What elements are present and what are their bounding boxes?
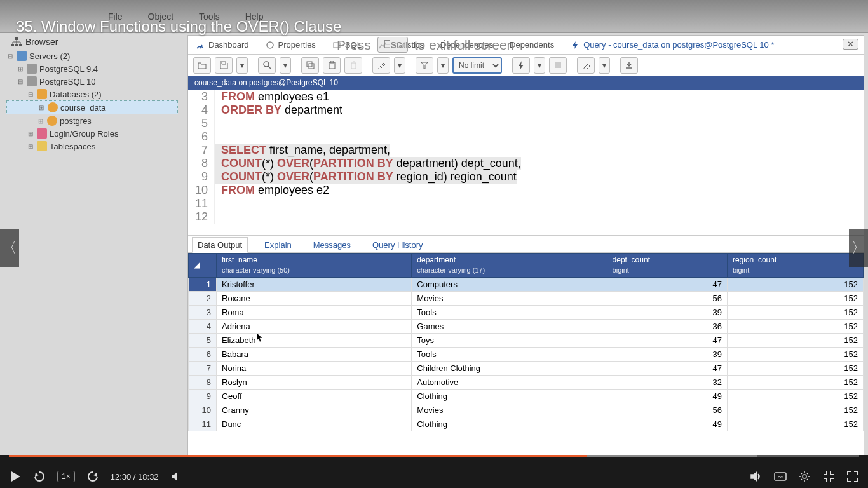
table-row[interactable]: 9GeoffClothing49152 — [189, 390, 864, 403]
table-row[interactable]: 1KristofferComputers47152 — [189, 278, 864, 292]
table-row[interactable]: 6BabaraTools39152 — [189, 348, 864, 362]
clipboard-icon — [329, 61, 336, 69]
tablespaces-icon — [37, 141, 47, 151]
play-icon[interactable] — [9, 470, 22, 483]
table-row[interactable]: 11DuncClothing49152 — [189, 417, 864, 431]
tree-item-course-data[interactable]: ⊞course_data — [6, 100, 178, 114]
execute-dropdown[interactable]: ▾ — [534, 57, 545, 74]
rewind-icon[interactable] — [33, 470, 46, 483]
connection-bar: course_data on postgres@PostgreSQL 10 — [188, 76, 864, 90]
download-icon — [625, 61, 633, 69]
tab-dashboard[interactable]: Dashboard — [193, 36, 252, 53]
fullscreen-hint: Press Esc to exit full screen — [337, 37, 514, 53]
svg-point-5 — [267, 42, 273, 48]
table-row[interactable]: 2RoxaneMovies56152 — [189, 292, 864, 306]
svg-point-7 — [264, 62, 269, 67]
pencil-icon — [377, 61, 386, 69]
object-tree[interactable]: ⊟Servers (2) ⊞PostgreSQL 9.4 ⊟PostgreSQL… — [6, 50, 178, 152]
save-button[interactable] — [215, 57, 233, 74]
svg-line-8 — [268, 66, 271, 69]
filter-icon — [421, 62, 428, 69]
esc-key: Esc — [377, 37, 408, 53]
result-tabs: Data Output Explain Messages Query Histo… — [188, 235, 864, 253]
find-button[interactable] — [258, 57, 276, 74]
captions-icon[interactable]: cc — [774, 470, 787, 483]
server-icon — [27, 76, 37, 86]
progress-bar[interactable] — [9, 455, 859, 458]
server-group-icon — [17, 51, 27, 61]
wrench-icon — [266, 41, 275, 50]
column-header[interactable]: dept_countbigint — [607, 254, 727, 278]
paste-button[interactable] — [323, 57, 341, 74]
login-roles-icon — [37, 128, 47, 139]
folder-open-icon — [198, 62, 207, 69]
copy-icon — [306, 61, 315, 69]
browser-panel-header: Browser — [11, 37, 58, 47]
svg-point-16 — [803, 475, 806, 478]
video-title: 35. Window Functions using the OVER() Cl… — [16, 18, 341, 36]
column-header[interactable]: departmentcharacter varying (17) — [412, 254, 607, 278]
svg-rect-13 — [555, 62, 561, 68]
edit-dropdown[interactable]: ▾ — [394, 57, 405, 74]
lightning-icon — [571, 41, 580, 50]
execute-button[interactable] — [512, 57, 530, 74]
trash-icon — [350, 61, 357, 69]
tab-query-history[interactable]: Query History — [367, 238, 428, 252]
time-display: 12:30 / 18:32 — [111, 472, 159, 482]
svg-rect-10 — [309, 64, 314, 69]
svg-text:cc: cc — [778, 474, 783, 480]
row-header-corner: ◢ — [189, 254, 217, 278]
tab-properties[interactable]: Properties — [263, 36, 318, 53]
gauge-icon — [196, 41, 205, 50]
main-tabs: Dashboard Properties SQL Statistics Depe… — [188, 36, 864, 55]
tab-data-output[interactable]: Data Output — [192, 237, 248, 253]
row-limit-select[interactable]: No limit — [452, 57, 502, 74]
tab-explain[interactable]: Explain — [259, 238, 297, 252]
stop-icon — [555, 62, 562, 69]
close-tab-button[interactable]: ✕ — [843, 39, 858, 50]
volume-icon-right[interactable] — [750, 470, 763, 483]
table-row[interactable]: 4AdrienaGames36152 — [189, 320, 864, 334]
svg-rect-1 — [11, 44, 14, 46]
tab-query[interactable]: Query - course_data on postgres@PostgreS… — [568, 36, 776, 53]
table-row[interactable]: 7NorinaChildren Clothing47152 — [189, 362, 864, 376]
tab-dependents[interactable]: Dependents — [507, 36, 557, 53]
stop-button[interactable] — [549, 57, 567, 74]
edit-button[interactable] — [372, 57, 390, 74]
mouse-cursor-icon — [257, 333, 264, 343]
filter-dropdown[interactable]: ▾ — [437, 57, 449, 74]
find-dropdown[interactable]: ▾ — [280, 57, 291, 74]
column-header[interactable]: region_countbigint — [727, 254, 863, 278]
next-video-button[interactable]: 〉 — [849, 229, 868, 267]
results-grid[interactable]: ◢first_namecharacter varying (50)departm… — [188, 253, 864, 431]
sitemap-icon — [11, 37, 22, 46]
save-icon — [220, 61, 228, 69]
table-row[interactable]: 3RomaTools39152 — [189, 306, 864, 320]
save-dropdown[interactable]: ▾ — [236, 57, 248, 74]
prev-video-button[interactable]: 〈 — [0, 229, 19, 267]
tab-messages[interactable]: Messages — [308, 238, 356, 252]
open-file-button[interactable] — [193, 57, 211, 74]
clear-dropdown[interactable]: ▾ — [599, 57, 610, 74]
copy-button[interactable] — [301, 57, 319, 74]
svg-rect-0 — [15, 37, 18, 40]
table-row[interactable]: 8RoslynAutomotive32152 — [189, 376, 864, 390]
query-toolbar: ▾ ▾ ▾ ▾ No limit ▾ ▾ — [188, 55, 864, 76]
table-row[interactable]: 5ElizabethToys47152 — [189, 334, 864, 348]
clear-button[interactable] — [577, 57, 595, 74]
svg-rect-3 — [19, 44, 22, 46]
download-button[interactable] — [620, 57, 638, 74]
playback-speed[interactable]: 1× — [57, 471, 75, 482]
expand-icon[interactable] — [846, 470, 859, 483]
settings-icon[interactable] — [798, 470, 811, 483]
forward-icon[interactable] — [86, 470, 99, 483]
databases-icon — [37, 89, 47, 99]
table-row[interactable]: 10GrannyMovies56152 — [189, 403, 864, 417]
column-header[interactable]: first_namecharacter varying (50) — [217, 254, 412, 278]
delete-button[interactable] — [344, 57, 362, 74]
volume-icon[interactable] — [170, 470, 183, 483]
sql-editor[interactable]: 3FROM employees e1 4ORDER BY department … — [188, 90, 864, 224]
fullscreen-exit-icon[interactable] — [822, 470, 835, 483]
filter-button[interactable] — [416, 57, 433, 74]
database-icon — [48, 102, 58, 112]
